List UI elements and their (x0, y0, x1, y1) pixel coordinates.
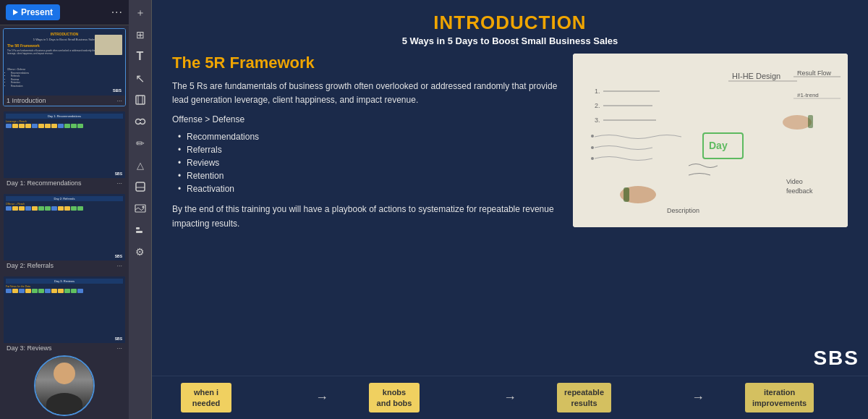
slide-content: INTRODUCTION 5 Ways in 5 Days to Boost S… (152, 0, 868, 376)
svg-point-38 (591, 135, 594, 137)
svg-text:1.: 1. (595, 88, 600, 95)
triangle-tool-button[interactable]: △ (132, 156, 149, 174)
crop-tool-button[interactable] (132, 91, 149, 109)
slide-text-column: The 5R Framework The 5 Rs are fundamenta… (172, 54, 558, 368)
slide-2-menu[interactable]: ··· (116, 179, 122, 187)
present-label: Present (21, 7, 53, 17)
svg-rect-13 (136, 227, 140, 229)
svg-point-40 (591, 157, 594, 160)
svg-point-12 (142, 206, 144, 208)
mini-sbs4: SBS (115, 337, 122, 341)
toolbar: ＋ ⊞ T ↖ ✏ △ ⚙ (129, 0, 152, 419)
svg-text:Result Flow: Result Flow (797, 69, 832, 77)
slide-thumb-2[interactable]: Day 1: Recommendations Leverage + Reach (3, 111, 126, 189)
main-area: INTRODUCTION 5 Ways in 5 Days to Boost S… (152, 0, 868, 419)
svg-text:Day: Day (709, 140, 728, 151)
progress-arrow-3: → (651, 390, 745, 405)
progress-bar: when ineeded → knobsand bobs → repeatabl… (152, 376, 868, 419)
link-tool-button[interactable] (132, 113, 149, 130)
slide-2-label: Day 1: Recommendations (7, 179, 82, 187)
align-tool-button[interactable] (132, 221, 149, 239)
whiteboard-image: HI-HE Design 1. 2. 3. (573, 54, 848, 227)
present-button[interactable]: Present (6, 4, 60, 20)
svg-text:3.: 3. (595, 117, 600, 124)
slides-list: INTRODUCTION 5 Ways in 5 Days to Boost S… (0, 25, 129, 352)
slide-image-column: HI-HE Design 1. 2. 3. (573, 54, 848, 368)
bullet-retention: Retention (178, 171, 558, 181)
person-head (54, 363, 75, 384)
progress-arrow-1: → (275, 390, 369, 405)
svg-point-36 (783, 115, 812, 130)
more-tool-button[interactable]: ⚙ (132, 243, 149, 261)
progress-step-4: iterationimprovements (745, 383, 839, 412)
slide-stage: INTRODUCTION 5 Ways in 5 Days to Boost S… (152, 0, 868, 376)
play-icon (13, 9, 18, 15)
slide-4-menu[interactable]: ··· (116, 344, 122, 352)
mini-sbs2: SBS (115, 172, 122, 176)
bullet-reviews: Reviews (178, 158, 558, 168)
sidebar-top-bar: Present ··· (0, 0, 129, 25)
eraser-tool-button[interactable] (132, 178, 149, 195)
step-box-4: iterationimprovements (745, 383, 814, 412)
mini-whiteboard (95, 35, 122, 55)
sbs-logo: SBS (813, 347, 859, 370)
slide-1-menu[interactable]: ··· (116, 97, 122, 104)
step-box-3: repeatableresults (557, 383, 611, 412)
svg-rect-6 (136, 182, 145, 191)
pen-tool-button[interactable]: ✏ (132, 135, 149, 152)
slide-body: The 5R Framework The 5 Rs are fundamenta… (172, 54, 848, 368)
slide-1-label: 1 Introduction (7, 97, 46, 104)
text-tool-button[interactable]: T (132, 48, 149, 65)
progress-step-1: when ineeded (181, 383, 275, 412)
framework-description: The 5 Rs are fundamentals of business gr… (172, 80, 558, 107)
slide-main-title: INTRODUCTION (172, 12, 848, 34)
progress-step-3: repeatableresults (557, 383, 651, 412)
slide-3-menu[interactable]: ··· (116, 262, 122, 269)
svg-rect-5 (138, 121, 142, 122)
pointer-tool-button[interactable]: ↖ (132, 69, 149, 87)
svg-rect-14 (136, 231, 142, 233)
svg-point-39 (591, 146, 594, 149)
step-box-2: knobsand bobs (369, 383, 420, 412)
slide-header: INTRODUCTION 5 Ways in 5 Days to Boost S… (172, 12, 848, 46)
grid-view-button[interactable]: ⊞ (132, 26, 149, 43)
step-box-1: when ineeded (181, 383, 231, 412)
progress-arrow-2: → (463, 390, 557, 405)
svg-rect-35 (624, 187, 629, 202)
webcam-person (35, 357, 93, 415)
sidebar: Present ··· INTRODUCTION 5 Ways in 5 Day… (0, 0, 129, 419)
offense-text: Offense > Defense (172, 114, 558, 124)
bullet-reactivation: Reactivation (178, 184, 558, 194)
svg-text:#1-trend: #1-trend (797, 92, 819, 98)
svg-text:Description: Description (667, 207, 699, 214)
svg-line-9 (135, 208, 138, 210)
bullet-list: Recommendations Referrals Reviews Retent… (172, 132, 558, 194)
webcam-feed (34, 355, 95, 416)
progress-step-2: knobsand bobs (369, 383, 463, 412)
slide-4-label: Day 3: Reviews (7, 344, 52, 352)
svg-text:HI-HE Design: HI-HE Design (732, 72, 780, 80)
mini-sbs3: SBS (115, 254, 122, 258)
bullet-recommendations: Recommendations (178, 132, 558, 142)
cta-text: By the end of this training you will hav… (172, 203, 558, 230)
svg-rect-0 (136, 96, 145, 104)
slide-3-label: Day 2: Referrals (7, 262, 54, 269)
slide-thumb-1[interactable]: INTRODUCTION 5 Ways in 5 Days to Boost S… (3, 28, 126, 106)
svg-line-10 (138, 208, 142, 211)
bullet-referrals: Referrals (178, 145, 558, 155)
svg-text:2.: 2. (595, 102, 600, 109)
sidebar-menu-button[interactable]: ··· (111, 6, 123, 19)
add-slide-button[interactable]: ＋ (132, 4, 149, 22)
svg-text:Video: Video (786, 178, 803, 185)
person-body (46, 393, 82, 415)
mini-sbs-logo: SBS (113, 88, 122, 93)
slide-thumb-4[interactable]: Day 3: Reviews Fat News for the Data (3, 276, 126, 352)
framework-title: The 5R Framework (172, 54, 558, 72)
svg-rect-37 (808, 115, 813, 128)
image-tool-button[interactable] (132, 200, 149, 217)
svg-line-11 (142, 208, 144, 210)
slide-thumb-3[interactable]: Day 2: Referrals Offense + Reach (3, 193, 126, 271)
svg-text:feedback: feedback (786, 187, 813, 195)
slide-subtitle: 5 Ways in 5 Days to Boost Small Business… (172, 35, 848, 46)
